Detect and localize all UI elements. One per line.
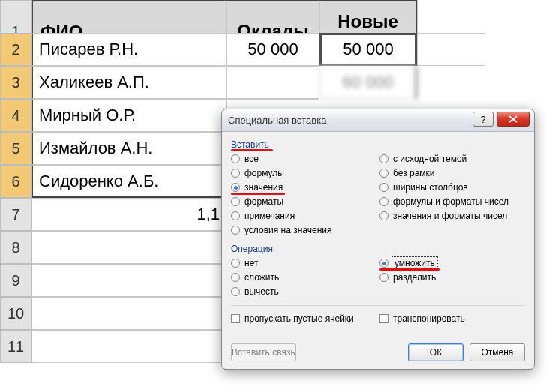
cell-fio[interactable]: Сидоренко А.Б. xyxy=(32,165,226,198)
cell-fio[interactable]: Писарев Р.Н. xyxy=(32,33,226,66)
radio-paste-all[interactable]: все xyxy=(231,153,376,165)
operation-option-group: нет умножить сложить разделить вычесть xyxy=(231,256,525,302)
radio-paste-formats[interactable]: форматы xyxy=(231,196,376,208)
paste-option-group: все с исходной темой формулы без рамки з… xyxy=(231,151,525,241)
radio-paste-source-theme[interactable]: с исходной темой xyxy=(380,153,525,165)
close-button[interactable] xyxy=(496,112,530,127)
row-header[interactable]: 2 xyxy=(0,33,32,66)
ok-button[interactable]: ОК xyxy=(408,343,464,361)
dialog-title: Специальная вставка xyxy=(228,115,326,126)
radio-paste-values-numfmt[interactable]: значения и форматы чисел xyxy=(380,210,525,222)
cancel-button[interactable]: Отмена xyxy=(470,343,525,361)
group-operation-label: Операция xyxy=(231,244,525,254)
dialog-titlebar[interactable]: Специальная вставка ? xyxy=(222,109,534,132)
group-paste-label: Вставить xyxy=(231,139,525,150)
row-header[interactable]: 10 xyxy=(0,297,32,330)
paste-link-button: Вставить связь xyxy=(231,343,296,361)
check-group: пропускать пустые ячейки транспонировать xyxy=(231,312,525,328)
close-icon xyxy=(508,115,518,123)
radio-paste-comments[interactable]: примечания xyxy=(231,210,376,222)
help-button[interactable]: ? xyxy=(472,112,494,127)
cell-fio[interactable]: Халикеев А.П. xyxy=(32,66,226,99)
paste-special-dialog: Специальная вставка ? Вставить все с исх… xyxy=(221,109,535,370)
cell-new-salary-active[interactable]: 50 000 xyxy=(320,33,417,66)
radio-paste-validation[interactable]: условия на значения xyxy=(231,224,376,236)
cell-salary[interactable]: 50 000 xyxy=(226,33,320,66)
checkbox-transpose[interactable]: транспонировать xyxy=(380,313,525,324)
radio-op-divide[interactable]: разделить xyxy=(380,271,525,283)
cell-salary[interactable] xyxy=(226,66,320,99)
radio-paste-no-border[interactable]: без рамки xyxy=(380,167,525,179)
row-header[interactable]: 11 xyxy=(0,330,32,363)
radio-op-subtract[interactable]: вычесть xyxy=(231,286,376,298)
row-header[interactable]: 3 xyxy=(0,66,32,99)
checkbox-skip-blanks[interactable]: пропускать пустые ячейки xyxy=(231,313,376,324)
row-header[interactable]: 6 xyxy=(0,165,32,198)
radio-paste-col-widths[interactable]: ширины столбцов xyxy=(380,181,525,193)
empty-cell[interactable] xyxy=(417,33,484,66)
radio-op-none[interactable]: нет xyxy=(231,257,376,269)
cell-fio[interactable]: Измайлов А.Н. xyxy=(32,132,226,165)
row-header[interactable]: 4 xyxy=(0,99,32,132)
empty-cell[interactable] xyxy=(32,297,226,330)
cell-value[interactable]: 1,1 xyxy=(32,198,226,231)
row-header[interactable]: 5 xyxy=(0,132,32,165)
radio-paste-values[interactable]: значения xyxy=(231,181,376,193)
radio-op-add[interactable]: сложить xyxy=(231,271,376,283)
row-header[interactable]: 9 xyxy=(0,264,32,297)
cell-fio[interactable]: Мирный О.Р. xyxy=(32,99,226,132)
empty-cell[interactable] xyxy=(32,330,226,363)
empty-cell[interactable] xyxy=(32,264,226,297)
radio-paste-formulas[interactable]: формулы xyxy=(231,167,376,179)
row-header[interactable]: 8 xyxy=(0,231,32,264)
empty-cell[interactable] xyxy=(32,231,226,264)
radio-op-multiply[interactable]: умножить xyxy=(380,257,525,269)
cell-new-salary[interactable]: 60 000 xyxy=(320,66,417,99)
row-header[interactable]: 7 xyxy=(0,198,32,231)
empty-cell[interactable] xyxy=(484,0,552,63)
radio-paste-formulas-numfmt[interactable]: формулы и форматы чисел xyxy=(380,196,525,208)
